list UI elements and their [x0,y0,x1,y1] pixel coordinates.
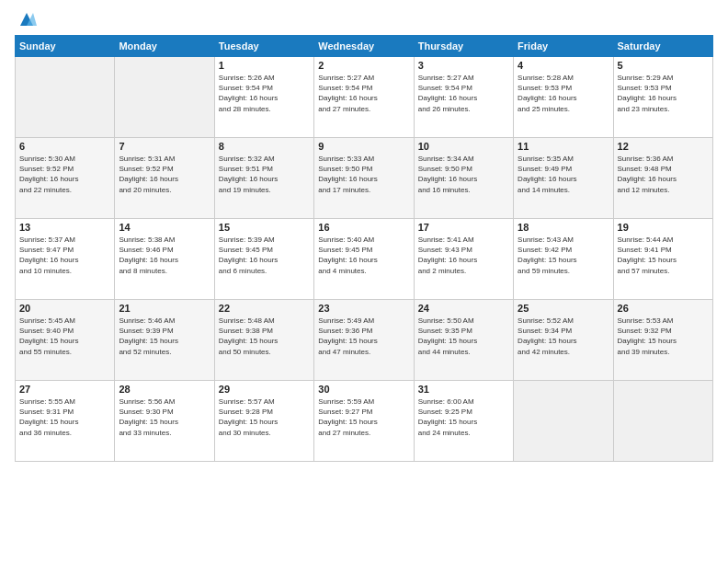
calendar-cell: 24Sunrise: 5:50 AM Sunset: 9:35 PM Dayli… [414,300,513,381]
day-info: Sunrise: 5:49 AM Sunset: 9:36 PM Dayligh… [318,316,409,357]
day-info: Sunrise: 5:30 AM Sunset: 9:52 PM Dayligh… [19,154,110,195]
day-number: 5 [618,60,709,71]
day-number: 22 [219,303,310,314]
day-number: 15 [219,222,310,233]
calendar-cell [514,381,613,462]
calendar-cell [613,381,712,462]
weekday-header-sunday: Sunday [16,36,115,57]
calendar-cell: 2Sunrise: 5:27 AM Sunset: 9:54 PM Daylig… [314,57,414,138]
calendar-cell [16,57,115,138]
calendar-cell [115,57,214,138]
calendar-cell: 12Sunrise: 5:36 AM Sunset: 9:48 PM Dayli… [613,138,712,219]
day-number: 4 [518,60,609,71]
calendar-cell: 10Sunrise: 5:34 AM Sunset: 9:50 PM Dayli… [414,138,513,219]
day-number: 25 [518,303,609,314]
calendar-cell: 18Sunrise: 5:43 AM Sunset: 9:42 PM Dayli… [514,219,613,300]
day-number: 30 [318,384,409,395]
weekday-header-saturday: Saturday [613,36,712,57]
day-number: 6 [19,141,110,152]
day-info: Sunrise: 5:35 AM Sunset: 9:49 PM Dayligh… [518,154,609,195]
calendar-cell: 30Sunrise: 5:59 AM Sunset: 9:27 PM Dayli… [314,381,414,462]
day-info: Sunrise: 5:55 AM Sunset: 9:31 PM Dayligh… [19,396,110,438]
day-number: 1 [219,60,310,71]
calendar-cell: 21Sunrise: 5:46 AM Sunset: 9:39 PM Dayli… [115,300,214,381]
calendar-cell: 27Sunrise: 5:55 AM Sunset: 9:31 PM Dayli… [16,381,115,462]
day-number: 24 [418,303,509,314]
calendar-cell: 31Sunrise: 6:00 AM Sunset: 9:25 PM Dayli… [414,381,513,462]
calendar-cell: 3Sunrise: 5:27 AM Sunset: 9:54 PM Daylig… [414,57,513,138]
day-info: Sunrise: 5:39 AM Sunset: 9:45 PM Dayligh… [219,235,310,276]
day-info: Sunrise: 5:26 AM Sunset: 9:54 PM Dayligh… [219,73,310,114]
day-number: 14 [119,222,210,233]
day-info: Sunrise: 5:28 AM Sunset: 9:53 PM Dayligh… [518,73,609,114]
day-number: 18 [518,222,609,233]
day-number: 8 [219,141,310,152]
day-info: Sunrise: 5:27 AM Sunset: 9:54 PM Dayligh… [318,73,409,114]
day-info: Sunrise: 5:57 AM Sunset: 9:28 PM Dayligh… [219,396,310,438]
day-number: 12 [618,141,709,152]
calendar-cell: 16Sunrise: 5:40 AM Sunset: 9:45 PM Dayli… [314,219,414,300]
weekday-header-friday: Friday [514,36,613,57]
day-number: 26 [618,303,709,314]
day-number: 16 [318,222,409,233]
calendar-cell: 1Sunrise: 5:26 AM Sunset: 9:54 PM Daylig… [214,57,313,138]
day-info: Sunrise: 5:32 AM Sunset: 9:51 PM Dayligh… [219,154,310,195]
day-info: Sunrise: 5:36 AM Sunset: 9:48 PM Dayligh… [618,154,709,195]
calendar-cell: 26Sunrise: 5:53 AM Sunset: 9:32 PM Dayli… [613,300,712,381]
weekday-header-tuesday: Tuesday [214,36,313,57]
day-info: Sunrise: 5:33 AM Sunset: 9:50 PM Dayligh… [318,154,409,195]
calendar-cell: 23Sunrise: 5:49 AM Sunset: 9:36 PM Dayli… [314,300,414,381]
day-info: Sunrise: 6:00 AM Sunset: 9:25 PM Dayligh… [418,396,509,438]
weekday-header-wednesday: Wednesday [314,36,414,57]
day-info: Sunrise: 5:48 AM Sunset: 9:38 PM Dayligh… [219,316,310,357]
day-info: Sunrise: 5:29 AM Sunset: 9:53 PM Dayligh… [618,73,709,114]
calendar-cell: 5Sunrise: 5:29 AM Sunset: 9:53 PM Daylig… [613,57,712,138]
calendar-cell: 22Sunrise: 5:48 AM Sunset: 9:38 PM Dayli… [214,300,313,381]
day-info: Sunrise: 5:43 AM Sunset: 9:42 PM Dayligh… [518,235,609,276]
day-info: Sunrise: 5:53 AM Sunset: 9:32 PM Dayligh… [618,316,709,357]
calendar-cell: 4Sunrise: 5:28 AM Sunset: 9:53 PM Daylig… [514,57,613,138]
day-info: Sunrise: 5:52 AM Sunset: 9:34 PM Dayligh… [518,316,609,357]
day-number: 31 [418,384,509,395]
calendar-table: SundayMondayTuesdayWednesdayThursdayFrid… [15,35,713,462]
day-number: 17 [418,222,509,233]
day-info: Sunrise: 5:44 AM Sunset: 9:41 PM Dayligh… [618,235,709,276]
day-info: Sunrise: 5:38 AM Sunset: 9:46 PM Dayligh… [119,235,210,276]
calendar-cell: 19Sunrise: 5:44 AM Sunset: 9:41 PM Dayli… [613,219,712,300]
day-number: 21 [119,303,210,314]
day-number: 10 [418,141,509,152]
calendar-cell: 20Sunrise: 5:45 AM Sunset: 9:40 PM Dayli… [16,300,115,381]
calendar-header [15,11,713,28]
day-number: 29 [219,384,310,395]
day-number: 7 [119,141,210,152]
calendar-cell: 6Sunrise: 5:30 AM Sunset: 9:52 PM Daylig… [16,138,115,219]
calendar-cell: 29Sunrise: 5:57 AM Sunset: 9:28 PM Dayli… [214,381,313,462]
day-info: Sunrise: 5:40 AM Sunset: 9:45 PM Dayligh… [318,235,409,276]
day-number: 19 [618,222,709,233]
day-info: Sunrise: 5:31 AM Sunset: 9:52 PM Dayligh… [119,154,210,195]
calendar-cell: 14Sunrise: 5:38 AM Sunset: 9:46 PM Dayli… [115,219,214,300]
weekday-header-monday: Monday [115,36,214,57]
logo-icon [17,11,37,28]
day-info: Sunrise: 5:34 AM Sunset: 9:50 PM Dayligh… [418,154,509,195]
day-number: 27 [19,384,110,395]
day-info: Sunrise: 5:45 AM Sunset: 9:40 PM Dayligh… [19,316,110,357]
weekday-header-thursday: Thursday [414,36,513,57]
day-number: 20 [19,303,110,314]
day-info: Sunrise: 5:37 AM Sunset: 9:47 PM Dayligh… [19,235,110,276]
day-number: 13 [19,222,110,233]
day-number: 11 [518,141,609,152]
day-number: 3 [418,60,509,71]
calendar-cell: 28Sunrise: 5:56 AM Sunset: 9:30 PM Dayli… [115,381,214,462]
day-info: Sunrise: 5:50 AM Sunset: 9:35 PM Dayligh… [418,316,509,357]
day-info: Sunrise: 5:41 AM Sunset: 9:43 PM Dayligh… [418,235,509,276]
day-info: Sunrise: 5:56 AM Sunset: 9:30 PM Dayligh… [119,396,210,438]
calendar-cell: 17Sunrise: 5:41 AM Sunset: 9:43 PM Dayli… [414,219,513,300]
day-number: 9 [318,141,409,152]
day-info: Sunrise: 5:59 AM Sunset: 9:27 PM Dayligh… [318,396,409,438]
calendar-cell: 13Sunrise: 5:37 AM Sunset: 9:47 PM Dayli… [16,219,115,300]
calendar-cell: 8Sunrise: 5:32 AM Sunset: 9:51 PM Daylig… [214,138,313,219]
calendar-cell: 15Sunrise: 5:39 AM Sunset: 9:45 PM Dayli… [214,219,313,300]
day-info: Sunrise: 5:27 AM Sunset: 9:54 PM Dayligh… [418,73,509,114]
calendar-cell: 25Sunrise: 5:52 AM Sunset: 9:34 PM Dayli… [514,300,613,381]
